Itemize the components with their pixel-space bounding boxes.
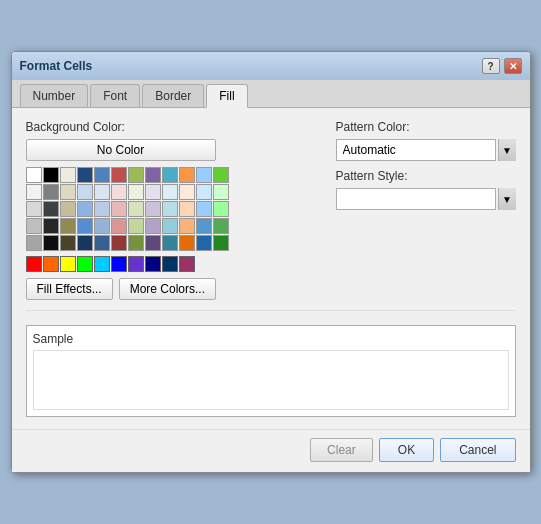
tab-font[interactable]: Font [90,84,140,107]
color-swatch[interactable] [77,184,93,200]
main-columns: Background Color: No Color [26,120,516,300]
color-swatch[interactable] [94,184,110,200]
color-swatch[interactable] [111,256,127,272]
dropdown-arrow-icon: ▼ [498,139,516,161]
color-swatch[interactable] [145,256,161,272]
pattern-style-select[interactable] [336,188,496,210]
more-colors-button[interactable]: More Colors... [119,278,216,300]
color-swatch[interactable] [43,256,59,272]
color-swatch[interactable] [60,167,76,183]
color-row-2 [26,184,316,200]
color-swatch[interactable] [26,201,42,217]
clear-button[interactable]: Clear [310,438,373,462]
color-swatch[interactable] [43,184,59,200]
color-swatch[interactable] [128,201,144,217]
color-swatch[interactable] [213,167,229,183]
fill-content: Background Color: No Color [12,108,530,429]
fill-effects-button[interactable]: Fill Effects... [26,278,113,300]
color-swatch[interactable] [196,184,212,200]
color-swatch[interactable] [43,201,59,217]
color-swatch[interactable] [128,235,144,251]
color-swatch[interactable] [77,235,93,251]
color-swatch[interactable] [145,201,161,217]
color-swatch[interactable] [60,184,76,200]
right-column: Pattern Color: Automatic ▼ Pattern Style… [336,120,516,300]
color-swatch[interactable] [77,201,93,217]
color-swatch[interactable] [145,167,161,183]
cancel-button[interactable]: Cancel [440,438,515,462]
color-swatch[interactable] [196,167,212,183]
color-swatch[interactable] [128,167,144,183]
color-swatch[interactable] [213,184,229,200]
color-swatch[interactable] [213,201,229,217]
color-swatch[interactable] [26,256,42,272]
color-swatch[interactable] [77,256,93,272]
title-bar: Format Cells ? ✕ [12,52,530,80]
color-swatch[interactable] [60,201,76,217]
color-swatch[interactable] [162,184,178,200]
color-swatch[interactable] [162,256,178,272]
pattern-color-select[interactable]: Automatic [336,139,496,161]
color-swatch[interactable] [179,256,195,272]
color-swatch[interactable] [94,201,110,217]
color-swatch[interactable] [128,218,144,234]
bg-color-label: Background Color: [26,120,316,134]
tab-border[interactable]: Border [142,84,204,107]
color-swatch[interactable] [145,235,161,251]
color-swatch[interactable] [162,218,178,234]
color-swatch[interactable] [196,201,212,217]
color-swatch[interactable] [162,201,178,217]
color-swatch[interactable] [111,218,127,234]
tab-number[interactable]: Number [20,84,89,107]
color-swatch[interactable] [111,184,127,200]
color-swatch[interactable] [94,218,110,234]
close-button[interactable]: ✕ [504,58,522,74]
pattern-style-dropdown-wrap: ▼ [336,188,516,210]
color-swatch[interactable] [179,201,195,217]
color-swatch[interactable] [77,167,93,183]
color-swatch[interactable] [179,218,195,234]
divider [26,310,516,311]
color-swatch[interactable] [43,218,59,234]
color-swatch[interactable] [196,235,212,251]
color-swatch[interactable] [213,218,229,234]
color-swatch[interactable] [26,184,42,200]
color-swatch[interactable] [196,218,212,234]
pattern-color-label: Pattern Color: [336,120,516,134]
dropdown-arrow-icon: ▼ [498,188,516,210]
color-swatch[interactable] [128,184,144,200]
color-row-6 [26,256,316,272]
color-swatch[interactable] [145,184,161,200]
footer-buttons: Clear OK Cancel [310,438,515,462]
color-swatch[interactable] [213,235,229,251]
left-column: Background Color: No Color [26,120,316,300]
help-button[interactable]: ? [482,58,500,74]
color-swatch[interactable] [94,167,110,183]
color-swatch[interactable] [77,218,93,234]
color-swatch[interactable] [60,235,76,251]
color-swatch[interactable] [94,235,110,251]
color-swatch[interactable] [60,256,76,272]
color-swatch[interactable] [94,256,110,272]
color-swatch[interactable] [162,235,178,251]
color-swatch[interactable] [111,235,127,251]
tab-fill[interactable]: Fill [206,84,247,108]
color-swatch[interactable] [128,256,144,272]
color-swatch[interactable] [43,235,59,251]
color-swatch[interactable] [179,184,195,200]
color-swatch[interactable] [26,167,42,183]
sample-preview-box [33,350,509,410]
color-swatch[interactable] [111,201,127,217]
color-swatch[interactable] [145,218,161,234]
color-swatch[interactable] [162,167,178,183]
color-swatch[interactable] [43,167,59,183]
color-swatch[interactable] [26,218,42,234]
color-swatch[interactable] [60,218,76,234]
no-color-button[interactable]: No Color [26,139,216,161]
color-swatch[interactable] [26,235,42,251]
color-swatch[interactable] [179,167,195,183]
color-row-4 [26,218,316,234]
color-swatch[interactable] [111,167,127,183]
ok-button[interactable]: OK [379,438,434,462]
color-swatch[interactable] [179,235,195,251]
